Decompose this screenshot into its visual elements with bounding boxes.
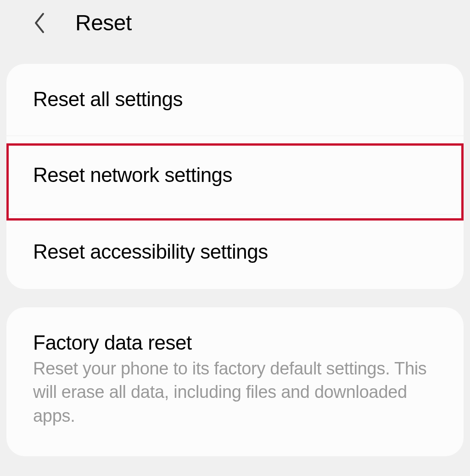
list-item-label: Reset all settings bbox=[33, 88, 437, 111]
list-item-label: Reset network settings bbox=[33, 164, 437, 187]
factory-reset-card: Factory data reset Reset your phone to i… bbox=[6, 307, 464, 456]
header: Reset bbox=[0, 0, 470, 45]
reset-options-card: Reset all settings Reset network setting… bbox=[6, 64, 464, 289]
list-item-label: Reset accessibility settings bbox=[33, 240, 437, 263]
factory-reset-label: Factory data reset bbox=[33, 331, 437, 354]
reset-all-settings[interactable]: Reset all settings bbox=[6, 64, 464, 136]
reset-network-settings[interactable]: Reset network settings bbox=[6, 136, 464, 215]
factory-reset-description: Reset your phone to its factory default … bbox=[33, 357, 437, 428]
factory-data-reset[interactable]: Factory data reset Reset your phone to i… bbox=[6, 307, 464, 456]
reset-accessibility-settings[interactable]: Reset accessibility settings bbox=[6, 215, 464, 289]
back-icon[interactable] bbox=[32, 11, 47, 35]
page-title: Reset bbox=[75, 10, 132, 35]
